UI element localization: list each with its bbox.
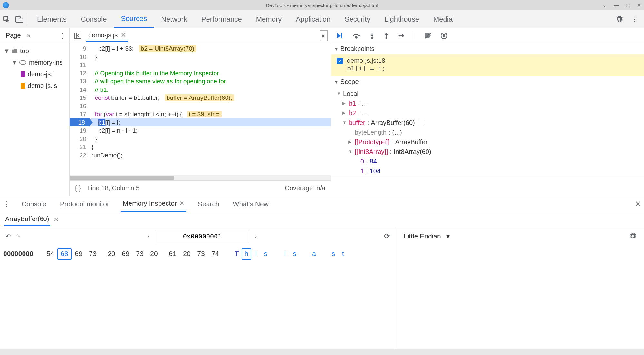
run-snippet-icon[interactable]: ▸ <box>320 30 328 41</box>
tab-elements[interactable]: Elements <box>30 10 74 28</box>
step-out-icon[interactable] <box>384 32 389 39</box>
pause-exceptions-icon[interactable] <box>441 33 447 39</box>
close-icon[interactable]: ✕ <box>179 200 184 207</box>
step-icon[interactable] <box>398 33 406 39</box>
drawer-tab-search[interactable]: Search <box>196 196 221 212</box>
tab-media[interactable]: Media <box>426 10 460 28</box>
value-settings-icon[interactable] <box>629 233 636 240</box>
settings-icon[interactable] <box>615 15 623 23</box>
drawer-tab-console[interactable]: Console <box>20 196 48 212</box>
scope-header[interactable]: ▼Scope <box>331 76 644 88</box>
debugger-panel: ▼Breakpoints ✓ demo-js.js:18 b1[i] = i; … <box>331 28 644 196</box>
window-minimize-button[interactable]: — <box>614 2 619 8</box>
breakpoints-header[interactable]: ▼Breakpoints <box>331 43 644 54</box>
sources-navigator: Page » ⋮ ▼top ▼memory-ins demo-js.l demo… <box>0 28 70 196</box>
step-over-icon[interactable] <box>352 33 360 39</box>
drawer-tab-memory-inspector[interactable]: Memory Inspector✕ <box>121 196 186 212</box>
code-content[interactable]: b2[i] = i + 33; b2 = Uint8Array(70) } //… <box>90 43 331 175</box>
scope-section: ▼Scope ▼Local ▶b1: … ▶b2: … ▼buffer: Arr… <box>331 76 644 177</box>
mi-buffer-tab[interactable]: ArrayBuffer(60) <box>4 213 50 226</box>
drawer-tab-protocol-monitor[interactable]: Protocol monitor <box>58 196 111 212</box>
inspect-element-icon[interactable] <box>0 15 13 23</box>
hex-panel: ↶ ↷ ‹ › ⟳ 000000005468697320697320612073… <box>0 227 396 349</box>
breakpoint-checkbox[interactable]: ✓ <box>337 58 343 64</box>
next-page-icon[interactable]: › <box>255 233 257 240</box>
undo-icon[interactable]: ↶ <box>6 233 11 240</box>
tab-application[interactable]: Application <box>289 10 338 28</box>
tree-top[interactable]: ▼top <box>0 45 69 57</box>
scope-arr-1[interactable]: 1: 104 <box>337 166 644 176</box>
window-titlebar: DevTools - memory-inspector.glitch.me/de… <box>0 0 644 10</box>
devtools-toolbar: ElementsConsoleSourcesNetworkPerformance… <box>0 10 644 28</box>
tab-security[interactable]: Security <box>338 10 377 28</box>
mi-buffer-close-icon[interactable]: ✕ <box>53 216 59 223</box>
window-maximize-button[interactable]: ▢ <box>626 2 630 8</box>
svg-point-8 <box>386 37 387 39</box>
page-tab[interactable]: Page <box>3 30 24 41</box>
editor-tab-demo-js[interactable]: demo-js.js ✕ <box>86 29 128 42</box>
step-into-icon[interactable] <box>370 32 375 39</box>
device-toggle-icon[interactable] <box>13 15 26 23</box>
tab-network[interactable]: Network <box>154 10 194 28</box>
prev-page-icon[interactable]: ‹ <box>148 233 150 240</box>
window-close-button[interactable]: ✕ <box>637 2 641 8</box>
deactivate-breakpoints-icon[interactable] <box>424 33 432 39</box>
svg-point-9 <box>399 35 400 36</box>
scope-int8array[interactable]: ▼[[Int8Array]]: Int8Array(60) <box>337 147 644 156</box>
scope-prototype[interactable]: ▶[[Prototype]]: ArrayBuffer <box>337 137 644 147</box>
breakpoint-code: b1[i] = i; <box>337 64 640 72</box>
scope-buffer[interactable]: ▼buffer: ArrayBuffer(60) <box>337 118 644 127</box>
tab-console[interactable]: Console <box>74 10 114 28</box>
scope-local[interactable]: ▼Local <box>337 89 644 98</box>
redo-icon[interactable]: ↷ <box>15 233 21 240</box>
tab-performance[interactable]: Performance <box>194 10 249 28</box>
format-icon[interactable]: { } <box>75 184 81 192</box>
line-gutter[interactable]: 910111213141516171819202122 <box>70 43 90 175</box>
drawer-close-icon[interactable]: ✕ <box>635 200 641 208</box>
svg-rect-12 <box>443 34 444 37</box>
breakpoint-item[interactable]: ✓ demo-js.js:18 <box>337 57 640 64</box>
tab-sources[interactable]: Sources <box>114 10 154 28</box>
scope-b1[interactable]: ▶b1: … <box>337 98 644 108</box>
svg-point-6 <box>356 36 357 38</box>
scope-bytelength[interactable]: byteLength: (...) <box>337 127 644 137</box>
svg-rect-2 <box>19 18 23 23</box>
endianness-select[interactable]: Little Endian ▼ <box>404 232 451 240</box>
hex-grid[interactable]: 00000000546869732069732061207374This is … <box>0 246 396 260</box>
value-panel: Little Endian ▼ <box>396 227 644 349</box>
tab-lighthouse[interactable]: Lighthouse <box>377 10 426 28</box>
code-editor: demo-js.js ✕ ▸ 9101112131415161718192021… <box>70 28 331 196</box>
drawer: ⋮ ConsoleProtocol monitorMemory Inspecto… <box>0 196 644 349</box>
window-collapse-button[interactable]: ⌄ <box>602 2 607 8</box>
kebab-menu-icon[interactable]: ⋮ <box>631 15 638 23</box>
svg-rect-5 <box>341 33 342 38</box>
navigator-menu-icon[interactable]: ⋮ <box>60 32 66 40</box>
svg-point-7 <box>371 37 373 39</box>
close-tab-icon[interactable]: ✕ <box>121 31 126 39</box>
breakpoint-label: demo-js.js:18 <box>347 57 385 64</box>
more-tabs-icon[interactable]: » <box>27 32 31 40</box>
tree-site[interactable]: ▼memory-ins <box>0 57 69 68</box>
editor-tab-label: demo-js.js <box>88 32 118 39</box>
tree-file-js[interactable]: demo-js.js <box>0 80 69 91</box>
scope-arr-0[interactable]: 0: 84 <box>337 156 644 166</box>
window-title: DevTools - memory-inspector.glitch.me/de… <box>266 3 378 8</box>
window-icon <box>12 49 17 53</box>
drawer-tab-what-s-new[interactable]: What's New <box>231 196 271 212</box>
drawer-menu-icon[interactable]: ⋮ <box>3 200 10 208</box>
scope-b2[interactable]: ▶b2: … <box>337 108 644 118</box>
navigator-toggle-icon[interactable] <box>72 33 83 39</box>
tab-memory[interactable]: Memory <box>249 10 289 28</box>
address-input[interactable] <box>156 230 249 242</box>
html-file-icon <box>21 71 25 77</box>
memory-icon[interactable] <box>418 121 424 125</box>
editor-hscroll[interactable] <box>70 175 331 180</box>
breakpoints-section: ▼Breakpoints ✓ demo-js.js:18 b1[i] = i; <box>331 43 644 76</box>
refresh-icon[interactable]: ⟳ <box>384 232 390 240</box>
js-file-icon <box>21 83 25 89</box>
svg-point-11 <box>441 33 447 39</box>
chrome-icon <box>3 2 9 8</box>
svg-rect-13 <box>444 34 445 37</box>
resume-icon[interactable] <box>336 32 343 39</box>
tree-file-html[interactable]: demo-js.l <box>0 68 69 80</box>
